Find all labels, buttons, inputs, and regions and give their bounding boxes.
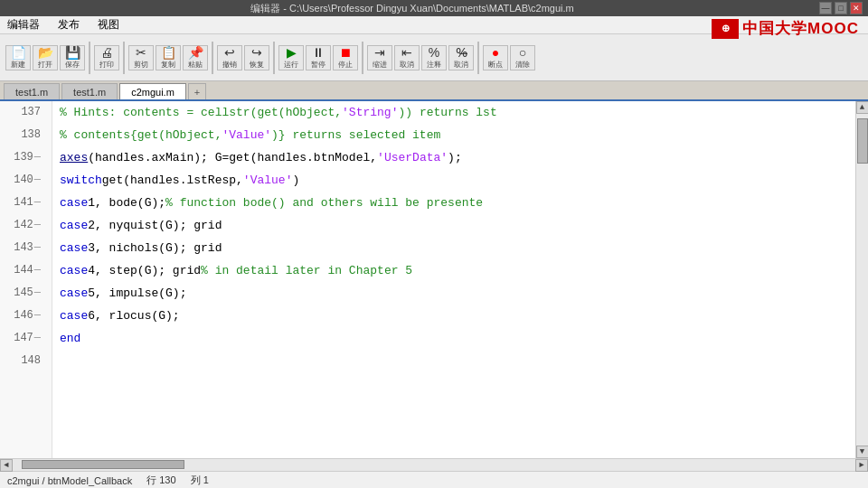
toolbar-save[interactable]: 💾保存 <box>60 45 85 70</box>
editor: 137 138 139— 140— 141— 142— 143— 144— 14… <box>0 101 868 458</box>
code-area[interactable]: % Hints: contents = cellstr(get(hObject,… <box>52 101 868 458</box>
toolbar-bp-clear[interactable]: ○清除 <box>510 45 535 70</box>
code-138-str1: 'Value' <box>222 128 271 142</box>
maximize-button[interactable]: □ <box>835 2 847 14</box>
code-139-axes: axes <box>60 151 88 164</box>
code-139-str: 'UserData' <box>377 151 448 164</box>
code-137-comment: % Hints: contents = cellstr(get(hObject, <box>60 106 342 119</box>
scroll-down-arrow[interactable]: ▼ <box>856 446 869 458</box>
line-num-144: 144— <box>0 259 46 282</box>
line-numbers: 137 138 139— 140— 141— 142— 143— 144— 14… <box>0 101 52 458</box>
toolbar-undo[interactable]: ↩撤销 <box>217 45 242 70</box>
line-num-146: 146— <box>0 305 46 327</box>
hscroll-left-arrow[interactable]: ◄ <box>0 459 13 472</box>
scroll-up-arrow[interactable]: ▲ <box>856 101 869 114</box>
toolbar-sep5 <box>362 42 363 74</box>
toolbar-indent[interactable]: ⇥缩进 <box>367 45 392 70</box>
toolbar-sep1 <box>89 42 90 74</box>
toolbar-pause[interactable]: ⏸暂停 <box>306 45 331 70</box>
code-144-norm: 4, step(G); grid <box>88 264 201 277</box>
scroll-thumb[interactable] <box>857 118 868 164</box>
tab-add-button[interactable]: + <box>188 83 206 99</box>
toolbar-sep6 <box>477 42 479 74</box>
toolbar-run[interactable]: ▶运行 <box>278 45 304 70</box>
menu-bar: 编辑器 发布 视图 ⊕ 中国大学MOOC <box>0 16 868 34</box>
line-num-148: 148 <box>0 350 46 372</box>
code-line-146: case 6, rlocus(G); <box>52 305 868 327</box>
code-144-comment: % in detail later in Chapter 5 <box>201 264 412 277</box>
line-num-142: 142— <box>0 214 46 237</box>
code-line-empty3 <box>52 418 868 440</box>
minimize-button[interactable]: — <box>819 2 832 14</box>
tab-test1-1[interactable]: test1.m <box>4 83 60 99</box>
line-num-145: 145— <box>0 282 46 305</box>
line-num-143: 143— <box>0 237 46 259</box>
scrollbar-right[interactable]: ▲ ▼ <box>855 101 868 458</box>
scroll-track[interactable] <box>856 114 868 446</box>
menu-editor[interactable]: 编辑器 <box>4 17 43 33</box>
tab-bar: test1.m test1.m c2mgui.m + <box>0 81 868 101</box>
line-num-139: 139— <box>0 146 46 169</box>
toolbar-sep4 <box>273 42 275 74</box>
toolbar-outdent[interactable]: ⇤取消 <box>394 45 420 70</box>
code-line-142: case 2, nyquist(G); grid <box>52 214 868 237</box>
toolbar-cut[interactable]: ✂剪切 <box>128 45 154 70</box>
toolbar-copy[interactable]: 📋复制 <box>156 45 181 70</box>
tab-test1-2[interactable]: test1.m <box>61 83 118 99</box>
code-137-str1: 'String' <box>342 106 398 119</box>
code-138-comment: % contents{get(hObject, <box>60 128 222 142</box>
code-141-norm: 1, bode(G); <box>88 196 165 210</box>
line-num-empty3 <box>0 418 46 440</box>
code-line-137: % Hints: contents = cellstr(get(hObject,… <box>52 101 868 124</box>
hscroll-thumb[interactable] <box>22 460 184 469</box>
code-146-norm: 6, rlocus(G); <box>88 309 179 323</box>
code-145-case: case <box>60 286 88 300</box>
toolbar-print[interactable]: 🖨打印 <box>94 45 119 70</box>
code-line-147: end <box>52 327 868 350</box>
code-147-end: end <box>60 332 80 345</box>
line-num-141: 141— <box>0 192 46 214</box>
line-num-147: 147— <box>0 327 46 350</box>
code-141-comment: % function bode() and others will be pre… <box>165 196 483 210</box>
toolbar-stop[interactable]: ⏹停止 <box>333 45 358 70</box>
status-row: 行 130 <box>146 474 175 487</box>
title-controls: — □ ✕ <box>819 2 863 14</box>
toolbar-redo[interactable]: ↪恢复 <box>244 45 269 70</box>
toolbar-paste[interactable]: 📌粘贴 <box>183 45 208 70</box>
line-num-137: 137 <box>0 101 46 124</box>
watermark-text: 中国大学MOOC <box>742 18 859 39</box>
code-line-139: axes(handles.axMain); G=get(handles.btnM… <box>52 146 868 169</box>
menu-view[interactable]: 视图 <box>94 17 123 33</box>
line-num-empty2 <box>0 395 46 418</box>
status-col: 列 1 <box>191 474 209 487</box>
toolbar-new[interactable]: 📄新建 <box>5 45 31 70</box>
toolbar: 📄新建 📂打开 💾保存 🖨打印 ✂剪切 📋复制 📌粘贴 ↩撤销 ↪恢复 ▶运行 … <box>0 34 868 81</box>
hscroll-right-arrow[interactable]: ► <box>855 459 868 472</box>
code-137-comment2: )) returns lst <box>398 106 496 119</box>
menu-publish[interactable]: 发布 <box>54 17 83 33</box>
code-line-145: case 5, impulse(G); <box>52 282 868 305</box>
code-139-norm: (handles.axMain); G=get(handles.btnModel… <box>88 151 377 164</box>
hscroll-track[interactable] <box>13 459 855 471</box>
toolbar-open[interactable]: 📂打开 <box>33 45 58 70</box>
toolbar-uncomment[interactable]: %̶取消 <box>448 45 474 70</box>
toolbar-bp-set[interactable]: ●断点 <box>483 45 508 70</box>
code-line-138: % contents{get(hObject,'Value')} returns… <box>52 124 868 146</box>
code-141-case: case <box>60 196 88 210</box>
toolbar-sep3 <box>212 42 213 74</box>
code-140-end: ) <box>292 174 299 187</box>
close-button[interactable]: ✕ <box>850 2 863 14</box>
code-line-148 <box>52 350 868 372</box>
code-145-norm: 5, impulse(G); <box>88 286 186 300</box>
scrollbar-bottom[interactable]: ◄ ► <box>0 458 868 471</box>
code-line-140: switch get(handles.lstResp,'Value') <box>52 169 868 192</box>
tab-c2mgui[interactable]: c2mgui.m <box>119 83 186 99</box>
line-num-138: 138 <box>0 124 46 146</box>
title-text: 编辑器 - C:\Users\Professor Dingyu Xuan\Doc… <box>5 2 819 15</box>
code-146-case: case <box>60 309 88 323</box>
code-line-141: case 1, bode(G); % function bode() and o… <box>52 192 868 214</box>
toolbar-comment[interactable]: %注释 <box>421 45 447 70</box>
code-144-case: case <box>60 264 88 277</box>
watermark-icon: ⊕ <box>712 19 739 39</box>
code-line-empty1 <box>52 372 868 395</box>
